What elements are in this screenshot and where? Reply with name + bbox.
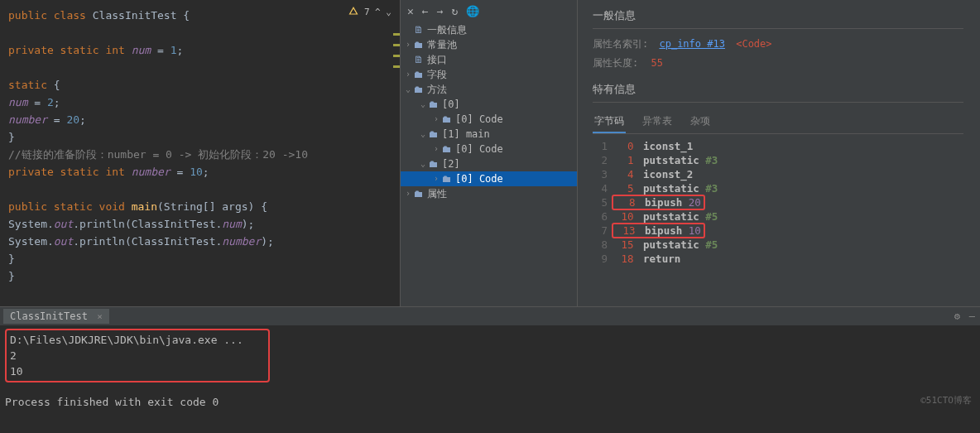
console-tab-label: ClassInitTest (10, 310, 88, 322)
tree-label: 常量池 (427, 37, 457, 52)
code-line (8, 180, 400, 198)
folder-icon: 🖿 (442, 171, 452, 186)
tree-node[interactable]: ›🖿[0] Code (401, 112, 577, 127)
tree-node[interactable]: ›🖿常量池 (401, 37, 577, 52)
code-line: System.out.println(ClassInitTest.number)… (8, 233, 400, 250)
tree-label: 方法 (427, 82, 447, 97)
folder-icon: 🖿 (414, 186, 424, 201)
bytecode-row: 1 0 iconst_1 (593, 139, 980, 153)
back-icon[interactable]: ← (422, 5, 429, 17)
code-line: public class ClassInitTest { (8, 7, 400, 24)
close-icon[interactable]: ✕ (407, 5, 414, 17)
section-special: 特有信息 (593, 82, 963, 103)
code-line: //链接的准备阶段：number = 0 -> 初始化阶段：20 ->10 (8, 146, 400, 163)
console-line: 2 (10, 348, 265, 363)
bytecode-row: 6 10 putstatic #5 (593, 209, 980, 224)
top-panels: 7 ^ ⌄ public class ClassInitTest { priva… (0, 0, 980, 306)
tree-node[interactable]: 🗎接口 (401, 52, 577, 67)
code-line: static { (8, 76, 400, 94)
forward-icon[interactable]: → (437, 5, 444, 17)
tree-node[interactable]: ›🖿[0] Code (401, 171, 577, 186)
tree-label: [0] Code (455, 171, 503, 186)
attr-index-tag: <Code> (736, 38, 771, 50)
bytecode-row: 3 4 iconst_2 (593, 167, 980, 181)
folder-icon: 🖿 (429, 127, 439, 142)
globe-icon[interactable]: 🌐 (466, 5, 479, 17)
console-output[interactable]: D:\Files\JDKJRE\JDK\bin\java.exe ...210 … (0, 325, 980, 413)
exit-message: Process finished with exit code 0 (5, 394, 975, 410)
folder-icon: 🖿 (429, 97, 439, 112)
folder-icon: 🗎 (414, 52, 424, 67)
attr-len-value: 55 (651, 57, 662, 69)
tree-node[interactable]: 🗎一般信息 (401, 22, 577, 37)
bytecode-row: 8 15 putstatic #5 (593, 238, 980, 252)
code-editor[interactable]: 7 ^ ⌄ public class ClassInitTest { priva… (0, 0, 400, 306)
section-general: 一般信息 (593, 8, 963, 29)
close-tab-icon[interactable]: × (97, 311, 103, 322)
code-line: System.out.println(ClassInitTest.num); (8, 215, 400, 233)
folder-icon: 🖿 (442, 112, 452, 127)
tab-bytecode[interactable]: 字节码 (593, 111, 626, 133)
warning-icon (348, 6, 358, 16)
gear-icon[interactable]: ⚙ (954, 310, 960, 322)
folder-icon: 🖿 (414, 82, 424, 97)
structure-toolbar: ✕ ← → ↻ 🌐 (401, 3, 577, 22)
refresh-icon[interactable]: ↻ (451, 5, 458, 17)
bytecode-row: 4 5 putstatic #3 (593, 181, 980, 195)
code-line: } (8, 128, 400, 146)
detail-pane: 一般信息 属性名索引: cp_info #13 <Code> 属性长度: 55 … (578, 0, 980, 306)
bytecode-row: 7 13 bipush 10 (593, 224, 980, 238)
attr-index-link[interactable]: cp_info #13 (659, 38, 724, 50)
code-line: number = 20; (8, 111, 400, 128)
tab-misc[interactable]: 杂项 (689, 111, 712, 133)
tab-exceptions[interactable]: 异常表 (641, 111, 674, 133)
tree-node[interactable]: ⌄🖿[2] (401, 156, 577, 171)
bytecode-row: 5 8 bipush 20 (593, 195, 980, 209)
tree-label: 字段 (427, 67, 447, 82)
console-tab[interactable]: ClassInitTest × (3, 309, 109, 324)
attr-len-label: 属性长度: (593, 57, 638, 69)
console-line: 10 (10, 363, 265, 379)
folder-icon: 🖿 (429, 156, 439, 171)
console-highlight-box: D:\Files\JDKJRE\JDK\bin\java.exe ...210 (5, 329, 270, 382)
bytecode-row: 9 18 return (593, 252, 980, 266)
code-line (8, 59, 400, 76)
tree-label: [0] (442, 97, 460, 112)
tree-node[interactable]: ›🖿[0] Code (401, 142, 577, 156)
code-line (8, 24, 400, 41)
detail-tabs: 字节码 异常表 杂项 (593, 111, 963, 134)
bytecode-row: 2 1 putstatic #3 (593, 153, 980, 167)
tree-node[interactable]: ⌄🖿[1] main (401, 127, 577, 142)
console-panel: ClassInitTest × ⚙ — D:\Files\JDKJRE\JDK\… (0, 306, 980, 433)
code-line: public static void main(String[] args) { (8, 198, 400, 215)
console-line: D:\Files\JDKJRE\JDK\bin\java.exe ... (10, 332, 265, 348)
tree-label: [2] (442, 156, 460, 171)
code-line: private static int number = 10; (8, 163, 400, 180)
attr-len-row: 属性长度: 55 (593, 56, 980, 70)
tree-label: 属性 (427, 186, 447, 201)
tree-label: [1] main (442, 127, 490, 142)
warnings-count: 7 (364, 7, 370, 17)
tree-node[interactable]: ›🖿字段 (401, 67, 577, 82)
tree-label: 接口 (427, 52, 447, 67)
attr-index-row: 属性名索引: cp_info #13 <Code> (593, 37, 980, 51)
folder-icon: 🖿 (414, 37, 424, 52)
folder-icon: 🖿 (442, 142, 452, 156)
warnings-badge: 7 ^ ⌄ (348, 3, 392, 21)
console-tabbar: ClassInitTest × ⚙ — (0, 307, 980, 325)
attr-index-label: 属性名索引: (593, 38, 648, 50)
tree-node[interactable]: ⌄🖿方法 (401, 82, 577, 97)
code-line: } (8, 267, 400, 285)
marker-stripe (393, 33, 400, 76)
class-structure-pane: ✕ ← → ↻ 🌐 🗎一般信息›🖿常量池 🗎接口›🖿字段⌄🖿方法⌄🖿[0] ›🖿… (400, 0, 578, 306)
minimize-icon[interactable]: — (969, 310, 975, 322)
tree-label: [0] Code (455, 112, 503, 127)
tree-label: 一般信息 (427, 22, 467, 37)
tree-node[interactable]: ›🖿属性 (401, 186, 577, 201)
folder-icon: 🖿 (414, 67, 424, 82)
tree-label: [0] Code (455, 142, 503, 156)
class-tree[interactable]: 🗎一般信息›🖿常量池 🗎接口›🖿字段⌄🖿方法⌄🖿[0] ›🖿[0] Code⌄🖿… (401, 22, 577, 201)
tree-node[interactable]: ⌄🖿[0] (401, 97, 577, 112)
bytecode-list: 1 0 iconst_12 1 putstatic #3 3 4 iconst_… (593, 139, 980, 266)
code-line: } (8, 250, 400, 267)
